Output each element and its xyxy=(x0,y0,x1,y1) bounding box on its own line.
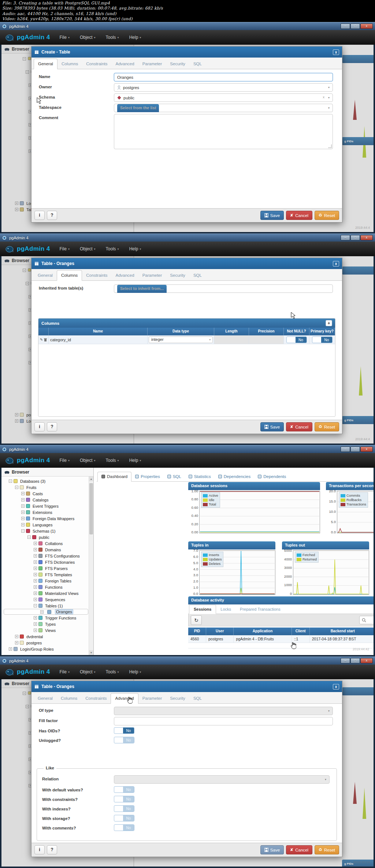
expand-icon[interactable]: + xyxy=(34,592,37,595)
menu-file[interactable]: File▾ xyxy=(60,246,70,251)
with-comments-toggle[interactable]: No xyxy=(114,824,134,831)
maximize-button[interactable]: □ xyxy=(350,446,360,452)
tree-item-functions[interactable]: +Functions xyxy=(4,584,88,590)
help-button[interactable]: ? xyxy=(47,422,57,431)
tree-item-oranges[interactable]: +Oranges xyxy=(4,609,88,615)
cancel-button[interactable]: ✘ Cancel xyxy=(286,211,312,220)
expand-icon[interactable]: + xyxy=(21,517,25,520)
menu-help[interactable]: Help▾ xyxy=(129,669,141,674)
activity-tab-locks[interactable]: Locks xyxy=(216,605,235,614)
tree-item-domains[interactable]: +Domains xyxy=(4,547,88,553)
collapse-icon[interactable]: − xyxy=(9,479,12,483)
save-button[interactable]: Save xyxy=(260,845,284,854)
dialog-tab-security[interactable]: Security xyxy=(166,694,189,703)
dialog-close-button[interactable]: x xyxy=(333,261,339,266)
tree-item-foreign-data-wrappers[interactable]: +Foreign Data Wrappers xyxy=(4,515,88,522)
menu-tools[interactable]: Tools▾ xyxy=(106,246,119,251)
reset-button[interactable]: ♻ Reset xyxy=(315,845,339,854)
session-row[interactable]: 4560postgrespgAdmin 4 - DB:Fruits::12017… xyxy=(188,635,374,643)
tree-item-collations[interactable]: +Collations xyxy=(4,540,88,547)
expand-icon[interactable]: + xyxy=(34,585,37,589)
minimize-button[interactable]: – xyxy=(341,235,350,240)
tree-item-login-group-roles[interactable]: +Login/Group Roles xyxy=(4,646,88,652)
tab-properties[interactable]: Properties xyxy=(131,472,163,481)
scrollbar-thumb[interactable] xyxy=(89,483,93,534)
menu-help[interactable]: Help▾ xyxy=(129,458,141,463)
dialog-tab-sql[interactable]: SQL xyxy=(189,694,206,703)
chevron-down-icon[interactable]: ▾ xyxy=(328,86,330,89)
expand-icon[interactable]: + xyxy=(34,548,37,551)
with-constraints-toggle[interactable]: No xyxy=(114,796,134,802)
dialog-tab-parameter[interactable]: Parameter xyxy=(138,59,166,69)
column-row[interactable]: ✎ category_id integer▾ No No xyxy=(38,335,335,344)
tree-item-catalogs[interactable]: +Catalogs xyxy=(4,497,88,503)
delete-row-icon[interactable] xyxy=(44,338,47,342)
tab-dependencies[interactable]: Dependencies xyxy=(215,472,255,481)
menu-object[interactable]: Object▾ xyxy=(80,458,96,463)
with-storage-toggle[interactable]: No xyxy=(114,815,134,821)
tree-item-fruits[interactable]: −Fruits xyxy=(4,484,88,490)
expand-icon[interactable]: + xyxy=(21,523,25,526)
menu-object[interactable]: Object▾ xyxy=(80,35,96,40)
refresh-button[interactable]: ↻ xyxy=(191,615,202,625)
tree-item-materialized-views[interactable]: +Materialized Views xyxy=(4,590,88,596)
expand-icon[interactable]: + xyxy=(34,629,37,632)
expand-icon[interactable]: + xyxy=(34,598,37,601)
tree-item-public[interactable]: −public xyxy=(4,534,88,540)
save-button[interactable]: Save xyxy=(260,422,284,431)
menu-help[interactable]: Help▾ xyxy=(129,35,141,40)
tree-item-event-triggers[interactable]: +Event Triggers xyxy=(4,503,88,509)
dialog-tab-parameter[interactable]: Parameter xyxy=(138,271,166,280)
maximize-button[interactable]: □ xyxy=(350,23,360,29)
chevron-down-icon[interactable]: ▾ xyxy=(328,106,330,110)
dialog-tab-parameter[interactable]: Parameter xyxy=(138,694,166,703)
menu-help[interactable]: Help▾ xyxy=(129,246,141,251)
minimize-button[interactable]: – xyxy=(341,658,350,663)
expand-icon[interactable]: + xyxy=(34,579,37,582)
save-button[interactable]: Save xyxy=(260,211,284,220)
dialog-tab-constraints[interactable]: Constraints xyxy=(81,694,111,703)
tab-dependents[interactable]: Dependents xyxy=(254,472,290,481)
menu-tools[interactable]: Tools▾ xyxy=(106,35,119,40)
tab-dashboard[interactable]: Dashboard xyxy=(97,472,131,482)
expand-icon[interactable]: + xyxy=(15,641,18,644)
expand-icon[interactable]: + xyxy=(34,542,37,545)
comment-textarea[interactable] xyxy=(114,114,333,149)
with-indexes-toggle[interactable]: No xyxy=(114,805,134,812)
relation-select[interactable]: ▾ xyxy=(114,775,330,784)
not-null-toggle[interactable]: No xyxy=(286,336,307,343)
fill-factor-input[interactable] xyxy=(114,717,333,725)
dialog-tab-advanced[interactable]: Advanced xyxy=(111,271,138,280)
close-button[interactable]: x xyxy=(360,235,373,240)
unlogged-toggle[interactable]: No xyxy=(114,737,134,743)
tree-item-languages[interactable]: +Languages xyxy=(4,522,88,528)
owner-select[interactable]: postgres ▾ xyxy=(114,83,333,92)
tree-item-fts-parsers[interactable]: +FTS Parsers xyxy=(4,565,88,571)
reset-button[interactable]: ♻ Reset xyxy=(315,211,339,220)
search-input[interactable] xyxy=(359,616,374,624)
expand-icon[interactable]: + xyxy=(34,573,37,576)
expand-icon[interactable]: + xyxy=(40,610,44,614)
reset-button[interactable]: ♻ Reset xyxy=(315,422,339,431)
has-oids-toggle[interactable]: No xyxy=(114,727,134,734)
activity-tab-prepared-transactions[interactable]: Prepared Transactions xyxy=(235,605,285,614)
minimize-button[interactable]: – xyxy=(341,23,350,29)
tree-item-schemas-1-[interactable]: −Schemas (1) xyxy=(4,528,88,534)
expand-icon[interactable]: + xyxy=(21,504,25,508)
sidebar-scrollbar[interactable]: ▲ ▼ xyxy=(89,477,93,655)
collapse-icon[interactable]: − xyxy=(15,486,18,489)
with-default-values-toggle[interactable]: No xyxy=(114,786,134,793)
expand-icon[interactable]: + xyxy=(34,622,37,626)
dialog-tab-columns[interactable]: Columns xyxy=(57,694,81,703)
tree-item-fts-templates[interactable]: +FTS Templates xyxy=(4,571,88,578)
tree-item-sequences[interactable]: +Sequences xyxy=(4,596,88,603)
close-button[interactable]: x xyxy=(360,446,373,452)
collapse-icon[interactable]: − xyxy=(27,536,31,539)
expand-icon[interactable]: + xyxy=(15,635,18,638)
info-button[interactable]: i xyxy=(34,422,45,431)
help-button[interactable]: ? xyxy=(47,845,57,854)
menu-file[interactable]: File▾ xyxy=(60,669,70,674)
name-input[interactable] xyxy=(114,73,333,81)
tree-item-trigger-functions[interactable]: +Trigger Functions xyxy=(4,615,88,621)
dialog-close-button[interactable]: x xyxy=(333,684,339,689)
